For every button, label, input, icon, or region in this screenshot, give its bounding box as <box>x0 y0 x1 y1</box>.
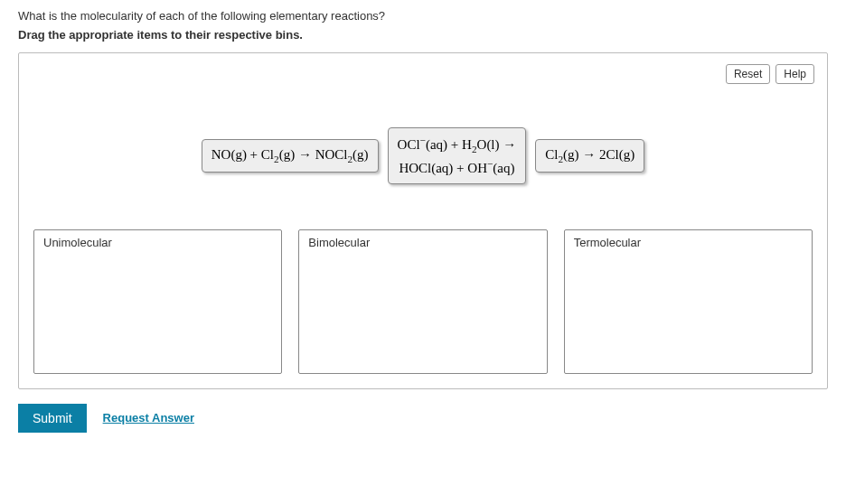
bin-label: Unimolecular <box>43 236 112 249</box>
question-text: What is the molecularity of each of the … <box>18 9 828 23</box>
draggable-items-row: NO(g) + Cl2(g) → NOCl2(g) OCl−(aq) + H2O… <box>33 127 813 184</box>
submit-button[interactable]: Submit <box>18 404 87 433</box>
bin-label: Termolecular <box>574 236 641 249</box>
drag-item-reaction-1[interactable]: NO(g) + Cl2(g) → NOCl2(g) <box>202 139 379 173</box>
reset-button[interactable]: Reset <box>726 64 770 84</box>
request-answer-link[interactable]: Request Answer <box>103 411 194 425</box>
instruction-text: Drag the appropriate items to their resp… <box>18 28 828 42</box>
bins-row: Unimolecular Bimolecular Termolecular <box>33 229 813 374</box>
bin-termolecular[interactable]: Termolecular <box>564 229 813 374</box>
action-bar: Submit Request Answer <box>18 404 828 433</box>
bin-bimolecular[interactable]: Bimolecular <box>298 229 547 374</box>
help-button[interactable]: Help <box>776 64 814 84</box>
drag-drop-panel: Reset Help NO(g) + Cl2(g) → NOCl2(g) OCl… <box>18 52 828 389</box>
bin-label: Bimolecular <box>308 236 370 249</box>
bin-unimolecular[interactable]: Unimolecular <box>33 229 282 374</box>
drag-item-reaction-2[interactable]: OCl−(aq) + H2O(l) →HOCl(aq) + OH−(aq) <box>388 127 527 184</box>
top-button-row: Reset Help <box>726 64 814 84</box>
drag-item-reaction-3[interactable]: Cl2(g) → 2Cl(g) <box>535 139 644 173</box>
